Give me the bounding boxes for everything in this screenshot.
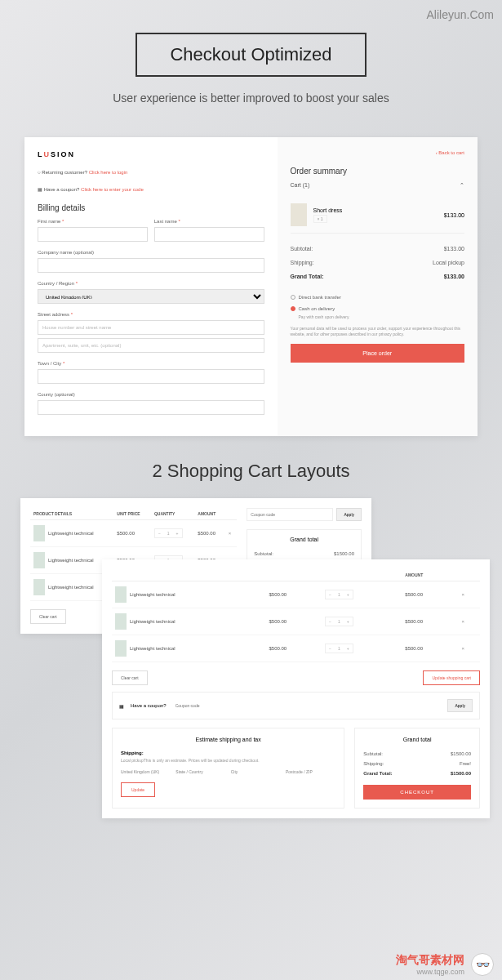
payment-cash[interactable]: Cash on delivery — [291, 303, 464, 314]
country-label: Country / Region * — [38, 281, 264, 286]
payment-note: Pay with cash upon delivery. — [291, 314, 464, 319]
product-thumbnail — [33, 552, 45, 568]
chevron-up-icon: ⌃ — [460, 182, 464, 189]
remove-icon[interactable]: × — [461, 646, 464, 651]
product-thumbnail — [33, 525, 45, 541]
quantity-stepper[interactable]: −1+ — [325, 590, 353, 599]
product-name: Lightweight technical — [130, 619, 175, 624]
apply-button-b[interactable]: Apply — [447, 699, 473, 712]
billing-heading: Billing details — [38, 203, 264, 212]
product-name: Lightweight technical — [48, 558, 94, 563]
checkout-button-b[interactable]: CHECKOUT — [363, 785, 471, 800]
grand-total-box-b: Grand total Subtotal:$1500.00 Shipping:F… — [354, 728, 480, 808]
country-select[interactable]: United Kingdom (UK) — [38, 289, 264, 304]
checkout-form: LUSION ○ Returning customer? Click here … — [24, 137, 278, 436]
county-input[interactable] — [38, 400, 264, 415]
quantity-stepper[interactable]: −1+ — [154, 528, 183, 538]
section2-title: 2 Shopping Cart Layouts — [0, 461, 502, 482]
street1-input[interactable] — [38, 320, 264, 335]
product-name: Lightweight technical — [48, 585, 94, 590]
hero-subtitle: User experience is better improved to bo… — [16, 91, 486, 105]
apply-coupon-button[interactable]: Apply — [336, 508, 362, 521]
clear-cart-button-b[interactable]: Clear cart — [112, 670, 148, 685]
est-state[interactable]: State / Country — [175, 769, 225, 774]
returning-customer-notice: ○ Returning customer? Click here to logi… — [38, 170, 264, 175]
remove-icon[interactable]: × — [461, 619, 464, 624]
cart-layouts: PRODUCT DETAILSUNIT PRICEQUANTITYAMOUNT … — [20, 498, 482, 634]
product-thumbnail — [291, 203, 307, 226]
clear-cart-button[interactable]: Clear cart — [30, 609, 66, 624]
login-link[interactable]: Click here to login — [89, 170, 128, 175]
table-row: Lightweight technical $500.00 −1+ $500.0… — [112, 608, 480, 635]
coupon-input[interactable] — [247, 508, 333, 521]
street2-input[interactable] — [38, 338, 264, 353]
product-name: Short dress× 1 — [313, 207, 438, 223]
town-label: Town / City * — [38, 361, 264, 366]
last-name-label: Last name * — [154, 219, 264, 224]
company-input[interactable] — [38, 258, 264, 273]
est-country[interactable]: United Kingdom (UK) — [121, 769, 171, 774]
company-label: Company name (optional) — [38, 250, 264, 255]
order-summary: ‹ Back to cart Order summary Cart (1)⌃ S… — [278, 137, 478, 436]
est-zip[interactable]: Postcode / ZIP — [286, 769, 335, 774]
remove-icon[interactable]: × — [461, 592, 464, 597]
checkout-preview: LUSION ○ Returning customer? Click here … — [24, 137, 478, 436]
product-name: Lightweight technical — [130, 646, 175, 651]
town-input[interactable] — [38, 369, 264, 384]
first-name-label: First name * — [38, 219, 148, 224]
county-label: County (optional) — [38, 392, 264, 397]
cart-item: Short dress× 1 $133.00 — [291, 197, 464, 234]
cart-toggle[interactable]: Cart (1)⌃ — [291, 182, 464, 189]
cart-table-b: PRODUCT DETAILSAMOUNT Lightweight techni… — [112, 569, 480, 662]
coupon-input-b[interactable] — [173, 701, 442, 710]
cart-layout-b: PRODUCT DETAILSAMOUNT Lightweight techni… — [102, 559, 490, 818]
first-name-input[interactable] — [38, 227, 148, 242]
product-name: Lightweight technical — [130, 592, 175, 597]
glasses-icon: 👓 — [471, 953, 494, 976]
estimate-shipping-box: Estimate shipping and tax Shipping: Loca… — [112, 728, 344, 808]
coupon-bar-b: ▦ Have a coupon? Apply — [112, 692, 480, 719]
coupon-link[interactable]: Click here to enter your code — [81, 187, 144, 192]
est-city[interactable]: City — [231, 769, 281, 774]
est-update-button[interactable]: Update — [121, 782, 155, 797]
product-thumbnail — [115, 613, 127, 630]
remove-icon[interactable]: × — [229, 531, 232, 536]
coupon-notice: ▦ Have a coupon? Click here to enter you… — [38, 186, 264, 192]
hero-title: Checkout Optimized — [135, 33, 366, 77]
gift-icon: ▦ — [119, 703, 124, 709]
logo: LUSION — [38, 150, 264, 158]
back-to-cart-link[interactable]: ‹ Back to cart — [291, 150, 464, 155]
product-name: Lightweight technical — [48, 531, 94, 536]
quantity-stepper[interactable]: −1+ — [325, 617, 353, 626]
product-thumbnail — [115, 586, 127, 603]
privacy-text: Your personal data will be used to proce… — [291, 326, 464, 337]
table-row: Lightweight technical $500.00 −1+ $500.0… — [30, 520, 237, 547]
quantity-stepper[interactable]: −1+ — [325, 644, 353, 653]
payment-bank-transfer[interactable]: Direct bank transfer — [291, 292, 464, 303]
table-row: Lightweight technical $500.00 −1+ $500.0… — [112, 635, 480, 662]
place-order-button[interactable]: Place order — [291, 344, 464, 363]
summary-heading: Order summary — [291, 167, 464, 176]
update-cart-button-b[interactable]: Update shopping cart — [423, 670, 480, 685]
product-thumbnail — [33, 579, 45, 595]
last-name-input[interactable] — [154, 227, 264, 242]
product-thumbnail — [115, 640, 127, 657]
product-price: $133.00 — [444, 212, 464, 218]
table-row: Lightweight technical $500.00 −1+ $500.0… — [112, 581, 480, 608]
watermark-top: Alileyun.Com — [427, 8, 494, 21]
street-label: Street address * — [38, 312, 264, 317]
watermark-bottom: 淘气哥素材网 www.tqge.com 👓 — [396, 953, 494, 976]
